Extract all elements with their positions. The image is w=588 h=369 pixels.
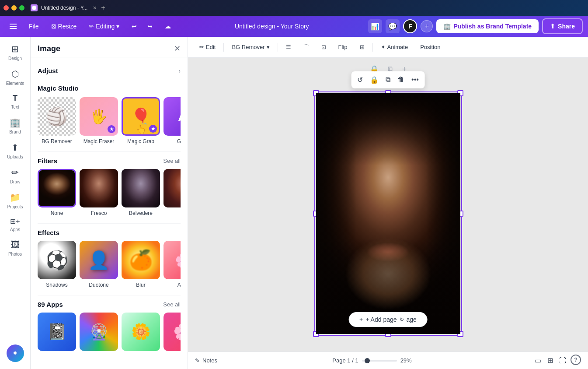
- elements-icon: ⬡: [11, 69, 19, 79]
- app-item-2[interactable]: 🌼: [122, 313, 160, 351]
- panel-close-button[interactable]: ✕: [174, 44, 181, 53]
- sidebar-item-brand[interactable]: 🏢 Brand: [2, 114, 28, 138]
- lines-button[interactable]: ☰: [282, 41, 296, 53]
- more-options-button[interactable]: •••: [410, 74, 421, 85]
- adjust-section[interactable]: Adjust ›: [38, 63, 181, 79]
- add-page-icon: +: [359, 316, 363, 323]
- zoom-slider[interactable]: [362, 360, 397, 362]
- bg-remover-button[interactable]: BG Remover ▾: [227, 41, 274, 53]
- grab-item[interactable]: A Grab: [164, 97, 181, 144]
- floating-toolbar: ↺ 🔒 ⧉ 🗑 •••: [351, 71, 425, 88]
- sidebar-item-elements[interactable]: ⬡ Elements: [2, 65, 28, 89]
- sidebar-item-design[interactable]: ⊞ Design: [2, 40, 28, 64]
- add-collaborator-button[interactable]: +: [421, 20, 433, 32]
- stats-button[interactable]: 📊: [368, 19, 382, 33]
- hamburger-menu-button[interactable]: [5, 21, 21, 32]
- animate-button[interactable]: ✦ Animate: [376, 41, 413, 53]
- aspect-icon: ⊡: [321, 44, 326, 50]
- magic-grab-item[interactable]: 🎈 ★ 👆 Magic Grab: [122, 97, 160, 144]
- sidebar-item-photos[interactable]: 🖼 Photos: [2, 236, 28, 260]
- magic-studio-button[interactable]: ✦: [7, 344, 24, 362]
- sidebar-item-draw[interactable]: ✏ Draw: [2, 164, 28, 188]
- close-button[interactable]: [3, 5, 9, 11]
- page-label: Page 1 / 1: [332, 357, 358, 364]
- auto-label: Auto: [177, 282, 181, 288]
- duotone-effect-item[interactable]: 👤 Duotone: [80, 241, 118, 288]
- flip-button[interactable]: Flip: [334, 41, 352, 53]
- delete-button[interactable]: 🗑: [396, 74, 406, 85]
- filter-belvedere-label: Belvedere: [129, 210, 153, 216]
- grid-button[interactable]: ⊞: [355, 41, 369, 53]
- duotone-effect-thumb: 👤: [80, 241, 118, 279]
- tab-close-button[interactable]: ✕: [93, 5, 97, 11]
- rotate-button[interactable]: ↺: [355, 74, 365, 86]
- bg-remover-item[interactable]: BG Remover: [38, 97, 76, 144]
- text-icon: T: [13, 94, 17, 103]
- filter-fourth-item[interactable]: F: [164, 169, 181, 216]
- sidebar-item-uploads[interactable]: ⬆ Uploads: [2, 139, 28, 163]
- duplicate-button[interactable]: ⧉: [384, 74, 392, 85]
- auto-effect-thumb: 🌸: [164, 241, 181, 279]
- add-page-button[interactable]: + + Add page ↻ age: [348, 312, 428, 327]
- app-item-0[interactable]: 📓: [38, 313, 76, 351]
- notes-button[interactable]: ✎ Notes: [195, 357, 217, 364]
- shadows-effect-item[interactable]: ⚽ Shadows: [38, 241, 76, 288]
- zoom-level: 29%: [400, 357, 418, 364]
- auto-effect-item[interactable]: 🌸 Auto: [164, 241, 181, 288]
- save-cloud-button[interactable]: ☁: [160, 20, 175, 32]
- sidebar-item-projects[interactable]: 📁 Projects: [2, 189, 28, 213]
- position-button[interactable]: Position: [416, 41, 445, 53]
- sidebar-item-text[interactable]: T Text: [2, 90, 28, 113]
- editing-menu-button[interactable]: ✏ Editing ▾: [84, 20, 124, 32]
- view-controls: ▭ ⊞ ⛶ ?: [533, 355, 581, 366]
- main-layout: ⊞ Design ⬡ Elements T Text 🏢 Brand ⬆ Upl…: [0, 37, 588, 369]
- uploads-icon: ⬆: [11, 142, 19, 153]
- new-tab-button[interactable]: +: [101, 4, 105, 12]
- apps-see-all[interactable]: See all: [163, 301, 181, 308]
- lock-image-button[interactable]: 🔒: [368, 74, 380, 86]
- document-title: Untitled design - Your Story: [179, 23, 365, 30]
- projects-icon: 📁: [10, 192, 21, 203]
- fullscreen-button[interactable]: ⛶: [557, 355, 568, 366]
- maximize-button[interactable]: [19, 5, 24, 11]
- apps-grid: 📓 🎡 🌼 🌸: [38, 313, 181, 351]
- left-sidebar: ⊞ Design ⬡ Elements T Text 🏢 Brand ⬆ Upl…: [0, 37, 31, 369]
- file-menu-button[interactable]: File: [24, 20, 43, 32]
- edit-icon: ✏: [199, 44, 204, 50]
- crop-button[interactable]: ⌒: [299, 41, 313, 54]
- help-button[interactable]: ?: [571, 355, 581, 365]
- resize-menu-button[interactable]: ⊠ Resize: [47, 20, 81, 32]
- filter-none-item[interactable]: None: [38, 169, 76, 216]
- filters-title: Filters: [38, 157, 57, 165]
- magic-eraser-item[interactable]: 🖐 ★ Magic Eraser: [80, 97, 118, 144]
- edit-button[interactable]: ✏ Edit: [195, 41, 220, 53]
- publish-brand-template-button[interactable]: 🏢 Publish as Brand Template: [436, 19, 539, 33]
- view-single-button[interactable]: ▭: [533, 355, 543, 366]
- comment-button[interactable]: 💬: [386, 19, 400, 33]
- sidebar-item-apps[interactable]: ⊞+ Apps: [2, 214, 28, 235]
- canvas-workspace[interactable]: 🔒 ⧉ + ↺ 🔒 ⧉: [188, 58, 588, 351]
- app-item-1[interactable]: 🎡: [80, 313, 118, 351]
- aspect-ratio-button[interactable]: ⊡: [317, 41, 331, 53]
- share-button[interactable]: ⬆ Share: [542, 18, 583, 34]
- effects-header: Effects: [38, 229, 181, 236]
- filter-fresco-item[interactable]: Fresco: [80, 169, 118, 216]
- apps-icon: ⊞+: [10, 217, 20, 225]
- redo-button[interactable]: ↪: [143, 20, 157, 32]
- hamburger-icon: [10, 24, 17, 29]
- app-item-3[interactable]: 🌸: [164, 313, 181, 351]
- tab-favicon: [31, 4, 38, 11]
- magic-eraser-label: Magic Eraser: [84, 138, 115, 144]
- filter-fresco-thumb: [80, 169, 118, 207]
- user-avatar[interactable]: F: [403, 19, 417, 33]
- filters-grid: None Fresco Belvedere: [38, 169, 181, 216]
- view-grid-button[interactable]: ⊞: [546, 355, 555, 366]
- undo-button[interactable]: ↩: [127, 20, 141, 32]
- filters-see-all[interactable]: See all: [163, 158, 181, 164]
- filter-belvedere-item[interactable]: Belvedere: [122, 169, 160, 216]
- duotone-label: Duotone: [89, 282, 108, 288]
- blur-effect-item[interactable]: 🍊 Blur: [122, 241, 160, 288]
- magic-grab-label: Magic Grab: [127, 138, 154, 144]
- resize-icon: ⊠: [51, 23, 56, 30]
- minimize-button[interactable]: [11, 5, 17, 11]
